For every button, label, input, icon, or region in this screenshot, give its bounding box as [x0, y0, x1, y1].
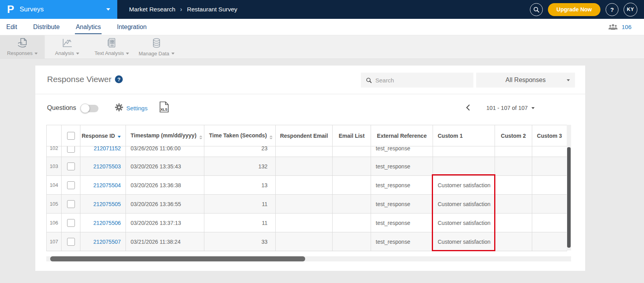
toolbar-item-label: Analysis	[55, 50, 79, 56]
row-checkbox[interactable]	[67, 146, 75, 153]
row-checkbox[interactable]	[67, 219, 75, 227]
email-list-cell	[333, 214, 371, 232]
responses-table: Response ID Timestamp (mm/dd/yyyy) Time …	[46, 125, 567, 251]
header-time-taken[interactable]: Time Taken (Seconds)	[204, 125, 276, 146]
row-checkbox[interactable]	[67, 238, 75, 246]
response-id-link[interactable]: 212075503	[80, 157, 126, 176]
header-custom2[interactable]: Custom 2	[495, 125, 532, 146]
custom1-cell: Customer satisfaction	[433, 176, 495, 195]
tab-edit[interactable]: Edit	[5, 20, 18, 34]
response-id-link[interactable]: 212075506	[80, 214, 126, 232]
breadcrumb-survey[interactable]: Restaurant Survey	[187, 6, 237, 13]
help-button[interactable]: ?	[606, 3, 619, 16]
select-all-checkbox[interactable]	[67, 132, 75, 140]
settings-link[interactable]: Settings	[126, 105, 147, 111]
tab-integration[interactable]: Integration	[116, 20, 147, 34]
avatar[interactable]: KY	[624, 3, 637, 16]
vertical-scrollbar-thumb[interactable]	[567, 147, 571, 248]
response-filter-dropdown[interactable]: All Responses	[476, 73, 575, 88]
pagination-prev-button[interactable]	[466, 104, 470, 113]
horizontal-scrollbar[interactable]	[46, 256, 571, 261]
xls-icon: XLS	[159, 101, 169, 113]
sort-desc-icon	[118, 136, 121, 138]
chevron-right-icon: ›	[180, 5, 182, 13]
external-reference-cell: test_response	[371, 146, 433, 152]
header-respondent-email[interactable]: Respondent Email	[276, 125, 333, 146]
questions-toggle-label: Questions	[47, 104, 76, 111]
table-row: 107 212075507 03/21/2026 11:38:24 33 tes…	[47, 232, 567, 251]
response-id-link[interactable]: 212075504	[80, 176, 126, 195]
upgrade-now-button[interactable]: Upgrade Now	[548, 3, 600, 16]
header-custom1[interactable]: Custom 1	[433, 125, 495, 146]
response-id-link[interactable]: 212075507	[80, 232, 126, 251]
external-reference-cell: test_response	[371, 214, 433, 232]
custom2-cell	[495, 176, 532, 195]
chevron-down-icon	[35, 53, 38, 55]
timestamp-cell: 03/21/2026 11:38:24	[126, 232, 204, 251]
header-external-reference[interactable]: External Reference	[371, 125, 433, 146]
export-xls-button[interactable]: XLS	[159, 101, 169, 114]
custom1-cell	[433, 146, 495, 157]
response-id-link[interactable]: 212075505	[80, 195, 126, 214]
toolbar-item-text-analysis[interactable]: Text Analysis	[89, 35, 134, 58]
row-checkbox[interactable]	[67, 181, 75, 189]
respondent-counter[interactable]: 106	[608, 24, 644, 30]
toolbar-item-analysis[interactable]: Analysis	[45, 35, 89, 58]
text-analysis-icon	[106, 38, 117, 48]
header-row-number	[47, 125, 62, 146]
questions-toggle[interactable]	[81, 105, 98, 112]
respondent-email-cell	[276, 157, 333, 176]
vertical-scrollbar[interactable]	[567, 125, 571, 250]
breadcrumb-folder[interactable]: Market Research	[129, 6, 175, 13]
search-input[interactable]	[375, 77, 468, 84]
product-switcher[interactable]: P Surveys	[0, 0, 117, 19]
header-response-id[interactable]: Response ID	[80, 125, 126, 146]
header-custom3[interactable]: Custom 3	[532, 125, 567, 146]
tab-distribute[interactable]: Distribute	[33, 20, 61, 34]
questionpro-logo: P	[7, 4, 14, 15]
app-window: P Surveys Market Research › Restaurant S…	[0, 0, 644, 283]
chevron-down-icon	[76, 53, 79, 55]
toolbar-item-manage-data[interactable]: Manage Data	[134, 35, 179, 58]
custom1-cell: Customer satisfaction	[433, 195, 495, 214]
header-timestamp[interactable]: Timestamp (mm/dd/yyyy)	[126, 125, 204, 146]
search-box[interactable]	[361, 73, 473, 88]
timestamp-cell: 03/26/2026 11:06:00	[126, 146, 204, 152]
header-email-list[interactable]: Email List	[333, 125, 371, 146]
custom2-cell	[495, 146, 532, 157]
row-number: 105	[47, 195, 62, 214]
custom2-cell	[495, 195, 532, 214]
row-checkbox[interactable]	[67, 200, 75, 208]
toolbar-item-label: Text Analysis	[95, 50, 129, 56]
chevron-left-icon	[466, 104, 470, 111]
pagination-range-dropdown[interactable]: 101 - 107 of 107	[486, 105, 535, 111]
table-header-row: Response ID Timestamp (mm/dd/yyyy) Time …	[47, 125, 567, 146]
horizontal-scrollbar-thumb[interactable]	[50, 256, 305, 261]
sort-icon	[269, 135, 273, 139]
row-checkbox[interactable]	[67, 162, 75, 170]
time-taken-cell: 11	[204, 195, 276, 214]
title-help-icon[interactable]: ?	[115, 75, 123, 83]
chevron-down-icon	[567, 79, 570, 81]
table-row: 105 212075505 03/20/2026 13:36:55 11 tes…	[47, 195, 567, 214]
page-title: Response Viewer ?	[47, 75, 123, 84]
global-search-button[interactable]	[530, 3, 543, 16]
custom2-cell	[495, 232, 532, 251]
table-row: 104 212075504 03/20/2026 13:36:38 13 tes…	[47, 176, 567, 195]
chevron-down-icon	[531, 107, 535, 109]
toolbar-item-label: Responses	[7, 50, 38, 56]
tab-analytics[interactable]: Analytics	[75, 20, 102, 34]
chevron-down-icon	[106, 8, 110, 11]
responses-icon	[16, 38, 28, 48]
search-icon	[533, 6, 540, 13]
analytics-toolbar: Responses Analysis Text Analysis Manag	[0, 35, 644, 59]
toolbar-item-responses[interactable]: Responses	[0, 35, 45, 58]
respondent-email-cell	[276, 232, 333, 251]
row-number: 106	[47, 214, 62, 232]
table-row: 106 212075506 03/20/2026 13:37:13 11 tes…	[47, 214, 567, 232]
panel-header: Response Viewer ? All Responses	[35, 66, 585, 94]
response-id-link[interactable]: 212071152	[80, 146, 126, 152]
gear-icon[interactable]	[115, 103, 124, 113]
toggle-knob	[80, 104, 90, 113]
custom1-cell: Customer satisfaction	[433, 214, 495, 232]
